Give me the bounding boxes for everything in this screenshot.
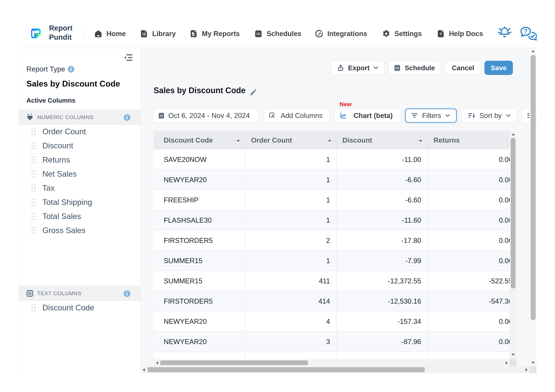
svg-text:?: ? xyxy=(439,32,442,36)
svg-text:?: ? xyxy=(524,28,527,35)
